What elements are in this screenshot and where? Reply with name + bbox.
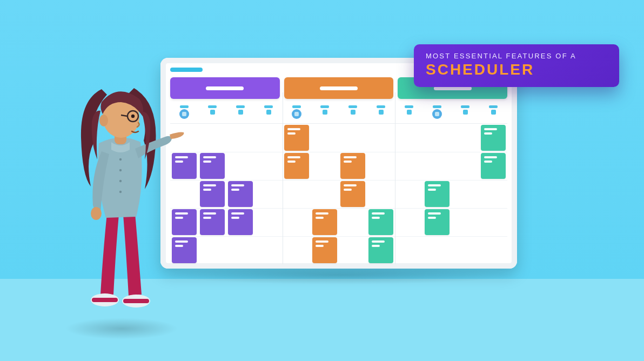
- date-cell[interactable]: [451, 104, 479, 120]
- date-cell[interactable]: [339, 104, 367, 120]
- character-illustration: [69, 78, 177, 316]
- appointment-orange[interactable]: [312, 237, 337, 263]
- date-cell[interactable]: [423, 104, 451, 120]
- appointment-teal[interactable]: [425, 209, 450, 235]
- appointment-orange[interactable]: [284, 125, 309, 151]
- appointment-purple[interactable]: [228, 181, 253, 207]
- svg-point-7: [119, 180, 122, 182]
- svg-point-4: [91, 207, 102, 220]
- date-cell[interactable]: [395, 104, 423, 120]
- appointment-orange[interactable]: [340, 181, 365, 207]
- schedule-grid[interactable]: [170, 123, 507, 264]
- badge-line1: Most Essential Features of a: [426, 52, 607, 60]
- appointment-orange[interactable]: [284, 153, 309, 179]
- appointment-orange[interactable]: [312, 209, 337, 235]
- calendar-icon: [292, 109, 301, 119]
- appointment-orange[interactable]: [340, 153, 365, 179]
- date-cell[interactable]: [367, 104, 395, 120]
- svg-point-13: [131, 115, 135, 118]
- date-cell[interactable]: [254, 104, 283, 120]
- group-header-purple[interactable]: [170, 77, 280, 99]
- appointment-teal[interactable]: [481, 125, 506, 151]
- svg-point-11: [99, 115, 108, 126]
- svg-rect-3: [123, 299, 149, 303]
- date-header-row: [170, 104, 507, 120]
- board-title-placeholder: [170, 68, 203, 72]
- svg-rect-1: [92, 298, 118, 302]
- appointment-purple[interactable]: [200, 181, 225, 207]
- title-badge: Most Essential Features of a Scheduler: [414, 44, 619, 87]
- appointment-teal[interactable]: [368, 209, 393, 235]
- scheduler-board: [160, 58, 517, 269]
- svg-point-8: [119, 191, 122, 193]
- date-cell[interactable]: [198, 104, 226, 120]
- calendar-icon: [179, 109, 189, 119]
- badge-line2: Scheduler: [426, 61, 607, 78]
- board-shadow: [167, 266, 513, 284]
- character-shadow: [65, 318, 178, 339]
- group-header-orange[interactable]: [284, 77, 394, 99]
- date-cell[interactable]: [479, 104, 507, 120]
- date-cell[interactable]: [311, 104, 339, 120]
- appointment-teal[interactable]: [368, 237, 393, 263]
- appointment-teal[interactable]: [425, 181, 450, 207]
- date-cell[interactable]: [283, 104, 311, 120]
- appointment-teal[interactable]: [481, 153, 506, 179]
- svg-point-6: [119, 169, 122, 171]
- svg-point-5: [119, 158, 122, 161]
- appointment-purple[interactable]: [200, 209, 225, 235]
- calendar-icon: [432, 109, 442, 119]
- date-cell[interactable]: [226, 104, 254, 120]
- appointment-purple[interactable]: [200, 153, 225, 179]
- appointment-purple[interactable]: [228, 209, 253, 235]
